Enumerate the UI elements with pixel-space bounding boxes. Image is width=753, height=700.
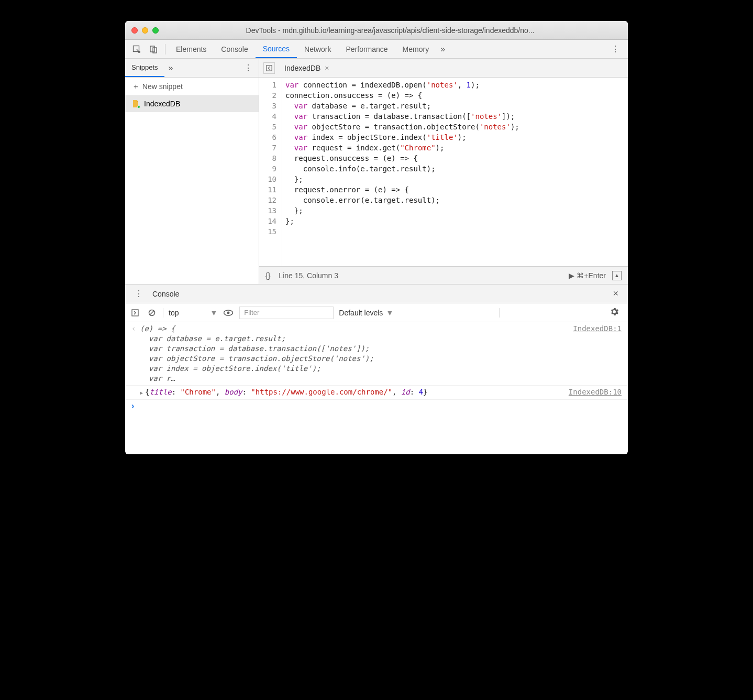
tabs-overflow-button[interactable]: » [436,45,449,54]
console-output[interactable]: ‹(e) => { var database = e.target.result… [125,322,628,400]
close-drawer-button[interactable]: × [607,288,624,299]
filter-input[interactable]: Filter [239,307,334,319]
tab-network[interactable]: Network [297,40,338,58]
minimize-window-button[interactable] [142,27,148,34]
new-snippet-button[interactable]: + New snippet [125,78,259,95]
svg-rect-1 [150,46,154,52]
cursor-position: Line 15, Column 3 [279,271,338,280]
svg-rect-4 [132,310,138,316]
snippet-item-indexeddb[interactable]: IndexedDB [125,95,259,112]
tab-sources[interactable]: Sources [256,40,297,58]
line-gutter: 123456789101112131415 [259,78,282,266]
unsaved-indicator-icon [137,105,140,108]
device-toggle-icon[interactable] [147,43,160,56]
code-content[interactable]: var connection = indexedDB.open('notes',… [282,78,628,266]
sidebar-overflow-button[interactable]: » [164,63,178,73]
live-expression-icon[interactable] [223,307,234,319]
close-tab-button[interactable]: × [325,64,329,72]
plus-icon: + [134,82,138,91]
tab-memory[interactable]: Memory [395,40,437,58]
log-levels-selector[interactable]: Default levels ▼ [339,309,393,317]
inspect-icon[interactable] [130,43,143,56]
devtools-window: DevTools - mdn.github.io/learning-area/j… [125,21,628,454]
format-button[interactable]: {} [265,271,270,280]
toggle-sidebar-icon[interactable] [129,307,141,319]
run-snippet-button[interactable]: ▶ ⌘+Enter [569,271,606,280]
traffic-lights [131,27,159,34]
sidebar-tab-snippets[interactable]: Snippets [125,59,164,77]
console-toolbar: top ▼ Filter Default levels ▼ [125,303,628,322]
clear-console-icon[interactable] [146,307,158,319]
sidebar-menu-button[interactable]: ⋮ [238,63,259,73]
maximize-window-button[interactable] [152,27,159,34]
snippet-item-label: IndexedDB [144,100,180,108]
console-drawer: ⋮ Console × top ▼ Filter Default le [125,284,628,454]
console-menu-button[interactable]: ⋮ [129,289,148,299]
editor-pane: IndexedDB × 123456789101112131415 var co… [259,59,628,284]
dropdown-icon: ▼ [386,309,393,317]
new-snippet-label: New snippet [142,82,183,91]
console-settings-icon[interactable] [605,308,624,318]
sidebar-header: Snippets » ⋮ [125,59,259,78]
toggle-navigator-icon[interactable] [263,62,275,74]
tab-console[interactable]: Console [214,40,255,58]
svg-rect-3 [267,65,272,70]
toggle-drawer-icon[interactable]: ▲ [612,271,622,280]
editor-tabbar: IndexedDB × [259,59,628,78]
dropdown-icon: ▼ [210,309,217,317]
sources-workspace: Snippets » ⋮ + New snippet IndexedDB [125,59,628,284]
console-title: Console [148,290,183,298]
sources-sidebar: Snippets » ⋮ + New snippet IndexedDB [125,59,259,284]
settings-menu-button[interactable]: ⋮ [606,44,625,54]
context-selector[interactable]: top ▼ [169,309,217,317]
console-header: ⋮ Console × [125,285,628,303]
snippet-file-icon [131,100,140,108]
titlebar: DevTools - mdn.github.io/learning-area/j… [125,21,628,40]
window-title: DevTools - mdn.github.io/learning-area/j… [159,26,622,35]
main-tabbar: Elements Console Sources Network Perform… [125,40,628,59]
tab-performance[interactable]: Performance [338,40,395,58]
svg-point-7 [227,311,230,314]
code-editor[interactable]: 123456789101112131415 var connection = i… [259,78,628,266]
editor-statusbar: {} Line 15, Column 3 ▶ ⌘+Enter ▲ [259,266,628,284]
editor-tab-label: IndexedDB [284,64,320,72]
tab-elements[interactable]: Elements [169,40,214,58]
close-window-button[interactable] [131,27,138,34]
console-prompt[interactable]: › [125,400,628,412]
editor-tab-indexeddb[interactable]: IndexedDB × [281,64,332,72]
